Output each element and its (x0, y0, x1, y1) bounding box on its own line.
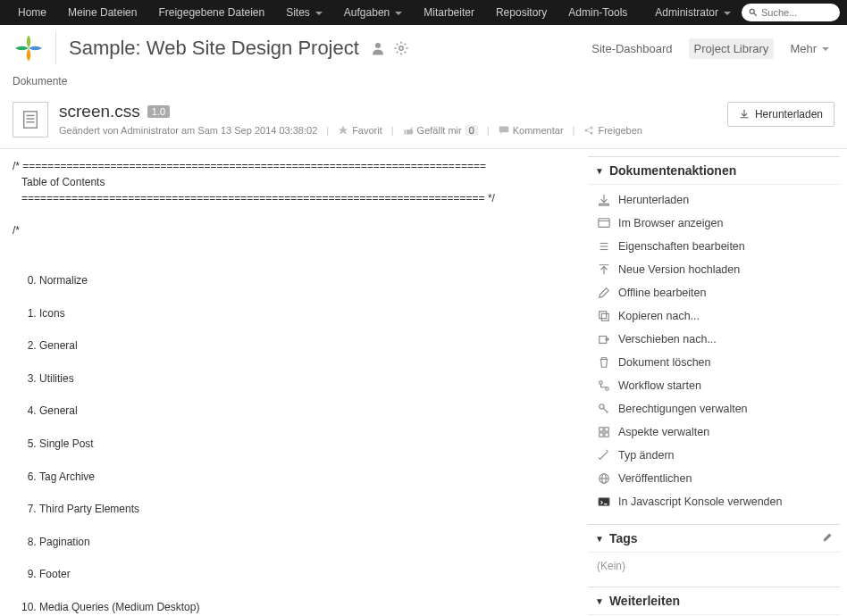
sitenav-library[interactable]: Project Library (689, 38, 775, 59)
gear-icon[interactable] (393, 40, 409, 56)
toc-item: General (39, 403, 575, 420)
nav-home[interactable]: Home (7, 6, 57, 19)
modified-line: Geändert von Administrator am Sam 13 Sep… (59, 125, 317, 136)
nav-admin-tools[interactable]: Admin-Tools (558, 6, 638, 19)
document-actions-panel: ▼ Dokumentenaktionen Herunterladen Im Br… (588, 156, 840, 517)
toc-list: Normalize Icons General Utilities Genera… (13, 256, 575, 616)
svg-point-11 (591, 127, 593, 129)
like-count: 0 (465, 125, 478, 136)
document-header: screen.css 1.0 Geändert von Administrato… (0, 96, 847, 149)
download-icon (739, 109, 750, 120)
action-view-browser[interactable]: Im Browser anzeigen (588, 212, 840, 235)
document-action-list: Herunterladen Im Browser anzeigen Eigens… (588, 188, 840, 513)
comment-button[interactable]: Kommentar (499, 125, 564, 136)
sitenav-dashboard[interactable]: Site-Dashboard (586, 38, 677, 59)
search-box[interactable] (742, 4, 840, 21)
side-panel: ▼ Dokumentenaktionen Herunterladen Im Br… (588, 149, 847, 616)
action-edit-offline[interactable]: Offline bearbeiten (588, 281, 840, 304)
action-manage-permissions[interactable]: Berechtigungen verwalten (588, 397, 840, 420)
pencil-icon (597, 286, 611, 300)
user-menu[interactable]: Administrator (644, 6, 742, 19)
share-panel: ▼ Weiterleiten Diesen Link kopieren, um … (588, 587, 840, 616)
svg-rect-20 (600, 312, 607, 319)
toc-item: Pagination (39, 534, 575, 551)
like-toggle[interactable]: Gefällt mir 0 (403, 125, 478, 136)
toc-item: Single Post (39, 436, 575, 453)
globe-icon (597, 471, 611, 486)
search-icon (749, 7, 758, 18)
download-button[interactable]: Herunterladen (727, 102, 834, 127)
breadcrumb[interactable]: Dokumente (0, 71, 847, 96)
edit-tags-icon[interactable] (822, 531, 833, 545)
nav-repository[interactable]: Repository (485, 6, 558, 19)
action-move-to[interactable]: Verschieben nach... (588, 328, 840, 351)
site-nav: Site-Dashboard Project Library Mehr (586, 38, 834, 59)
nav-shared-files[interactable]: Freigegebene Dateien (147, 6, 275, 19)
workflow-icon (597, 379, 611, 393)
trash-icon (597, 355, 611, 370)
favorite-toggle[interactable]: Favorit (338, 125, 382, 136)
browser-icon (597, 216, 611, 230)
action-change-type[interactable]: Typ ändern (588, 444, 840, 467)
toc-item: Tag Archive (39, 469, 575, 486)
action-copy-to[interactable]: Kopieren nach... (588, 304, 840, 328)
search-input[interactable] (761, 7, 833, 18)
document-version: 1.0 (147, 105, 170, 118)
action-edit-properties[interactable]: Eigenschaften bearbeiten (588, 235, 840, 258)
svg-line-1 (754, 13, 757, 16)
header-divider (55, 32, 56, 64)
copy-icon (597, 309, 611, 323)
tags-panel: ▼ Tags (Kein) (588, 524, 840, 579)
toc-item: Utilities (39, 370, 575, 387)
svg-rect-15 (599, 219, 609, 228)
action-download[interactable]: Herunterladen (588, 188, 840, 212)
topbar: Home Meine Dateien Freigegebene Dateien … (0, 0, 847, 25)
move-icon (597, 332, 611, 346)
svg-rect-21 (601, 313, 608, 320)
topnav: Home Meine Dateien Freigegebene Dateien … (7, 6, 638, 19)
key-icon (597, 402, 611, 416)
collapse-icon: ▼ (595, 534, 604, 544)
download-icon (597, 193, 611, 207)
svg-point-12 (591, 132, 593, 135)
action-manage-aspects[interactable]: Aspekte verwalten (588, 420, 840, 444)
svg-rect-28 (600, 433, 603, 437)
document-type-icon (13, 102, 48, 137)
sitenav-more[interactable]: Mehr (784, 38, 834, 59)
nav-people[interactable]: Mitarbeiter (413, 6, 485, 19)
action-start-workflow[interactable]: Workflow starten (588, 374, 840, 397)
svg-rect-5 (24, 112, 38, 128)
nav-my-files[interactable]: Meine Dateien (57, 6, 147, 19)
nav-tasks[interactable]: Aufgaben (333, 6, 413, 19)
upload-icon (597, 262, 611, 277)
collapse-icon: ▼ (595, 596, 604, 606)
action-js-console[interactable]: In Javascript Konsole verwenden (588, 490, 840, 513)
toc-item: Media Queries (Medium Desktop) (39, 599, 575, 616)
site-title: Sample: Web Site Design Project (69, 37, 359, 60)
toc-item: Icons (39, 305, 575, 322)
collapse-icon: ▼ (595, 166, 604, 176)
document-name: screen.css (59, 102, 140, 121)
action-delete[interactable]: Dokument löschen (588, 351, 840, 374)
svg-line-14 (588, 131, 591, 133)
tags-empty: (Kein) (588, 553, 840, 579)
nav-sites[interactable]: Sites (275, 6, 333, 19)
panel-header-tags[interactable]: ▼ Tags (588, 524, 840, 553)
svg-point-0 (750, 9, 754, 13)
members-icon[interactable] (370, 40, 386, 56)
action-upload-version[interactable]: Neue Version hochladen (588, 258, 840, 281)
svg-rect-27 (605, 428, 608, 431)
svg-rect-26 (600, 428, 603, 431)
svg-rect-29 (605, 433, 608, 437)
svg-point-4 (399, 46, 404, 51)
svg-point-23 (600, 381, 603, 385)
action-publish[interactable]: Veröffentlichen (588, 467, 840, 490)
panel-header-share[interactable]: ▼ Weiterleiten (588, 587, 840, 615)
toc-item: Footer (39, 566, 575, 583)
toc-item: Third Party Elements (39, 501, 575, 518)
share-button[interactable]: Freigeben (583, 125, 642, 136)
app-logo (13, 32, 45, 64)
document-preview: /* =====================================… (0, 149, 588, 616)
aspects-icon (597, 425, 611, 439)
panel-header-actions[interactable]: ▼ Dokumentenaktionen (588, 156, 840, 185)
